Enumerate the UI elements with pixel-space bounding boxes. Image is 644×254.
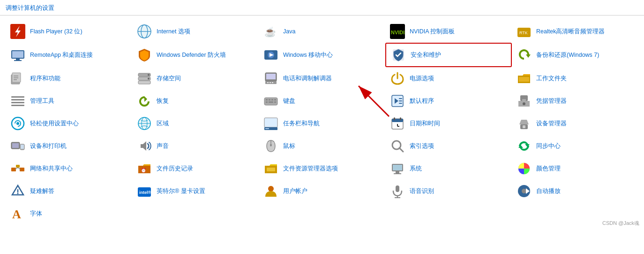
svg-point-28: [148, 78, 150, 80]
svg-rect-14: [14, 60, 22, 61]
control-item-power[interactable]: 电源选项: [385, 67, 512, 90]
label-ease: 轻松使用设置中心: [30, 120, 79, 127]
icon-phone: [262, 70, 279, 87]
label-realtek: Realtek高清晰音频管理器: [536, 28, 605, 35]
svg-point-53: [523, 102, 525, 105]
control-item-mouse[interactable]: 鼠标: [259, 135, 385, 157]
control-item-region[interactable]: 区域: [132, 112, 259, 135]
header-text: 调整计算机的设置: [6, 4, 54, 11]
control-item-voice[interactable]: 语音识别: [385, 180, 512, 202]
icon-fileexplorer: [262, 160, 279, 177]
svg-rect-33: [270, 82, 271, 83]
control-item-network[interactable]: 网络和共享中心: [6, 157, 132, 180]
label-wmc: Windows 移动中心: [283, 51, 333, 59]
icon-flash: [9, 23, 26, 40]
control-item-workfolder[interactable]: 工作文件夹: [512, 67, 638, 90]
icon-useraccount: [262, 183, 279, 200]
control-item-filehistory[interactable]: ⏰文件历史记录: [132, 157, 259, 180]
svg-rect-49: [399, 98, 402, 99]
control-item-datetime[interactable]: 日期和时间: [385, 112, 512, 135]
control-item-realtek[interactable]: RTKRealtek高清晰音频管理器: [512, 20, 638, 43]
control-item-index[interactable]: 索引选项: [385, 135, 512, 157]
icon-sound: [136, 138, 153, 154]
control-item-keyboard[interactable]: 键盘: [259, 90, 385, 112]
svg-text:RTK: RTK: [519, 31, 528, 35]
svg-rect-34: [272, 82, 273, 83]
control-item-wmc[interactable]: Windows 移动中心: [259, 43, 385, 67]
icon-credential: [516, 92, 532, 109]
label-internet-options: Internet 选项: [157, 28, 190, 35]
control-item-java[interactable]: ☕Java: [259, 20, 385, 43]
svg-rect-37: [11, 99, 24, 100]
control-item-intel[interactable]: intel®英特尔® 显卡设置: [132, 180, 259, 202]
svg-rect-73: [21, 145, 24, 149]
control-item-programs[interactable]: 程序和功能: [6, 67, 132, 90]
svg-rect-69: [523, 125, 525, 128]
label-storage: 存储空间: [157, 75, 181, 82]
control-item-synccenter[interactable]: 同步中心: [512, 135, 638, 157]
svg-rect-87: [396, 171, 399, 173]
control-item-storage[interactable]: 存储空间: [132, 67, 259, 90]
control-item-internet-options[interactable]: Internet 选项: [132, 20, 259, 43]
control-item-taskbar[interactable]: 任务栏和导航: [259, 112, 385, 135]
control-item-autoplay[interactable]: 自动播放: [512, 180, 638, 202]
control-item-remoteapp[interactable]: RemoteApp 和桌面连接: [6, 43, 132, 67]
label-font: 字体: [30, 210, 42, 217]
label-flash-player: Flash Player (32 位): [30, 28, 82, 35]
svg-rect-71: [12, 143, 19, 148]
icon-filehistory: ⏰: [136, 160, 153, 177]
control-item-flash-player[interactable]: Flash Player (32 位): [6, 20, 132, 43]
svg-rect-59: [264, 118, 277, 127]
icon-power: [389, 70, 406, 87]
control-item-useraccount[interactable]: 用户帐户: [259, 180, 385, 202]
svg-rect-39: [11, 105, 24, 106]
control-item-color[interactable]: 颜色管理: [512, 157, 638, 180]
icon-security: [390, 46, 407, 63]
control-item-backup[interactable]: 备份和还原(Windows 7): [512, 43, 638, 67]
svg-rect-42: [269, 99, 270, 100]
label-system: 系统: [410, 165, 422, 172]
control-item-ease[interactable]: 轻松使用设置中心: [6, 112, 132, 135]
label-default: 默认程序: [410, 97, 434, 105]
control-item-fileexplorer[interactable]: 文件资源管理器选项: [259, 157, 385, 180]
icon-devices: [9, 138, 26, 154]
svg-text:A: A: [12, 208, 21, 221]
svg-rect-46: [269, 101, 273, 103]
svg-text:intel®: intel®: [139, 190, 151, 195]
label-devices: 设备和打印机: [30, 142, 67, 150]
icon-system: [389, 160, 406, 177]
control-item-tools[interactable]: 管理工具: [6, 90, 132, 112]
control-item-phone[interactable]: 电话和调制解调器: [259, 67, 385, 90]
control-item-default[interactable]: 默认程序: [385, 90, 512, 112]
label-restore: 恢复: [157, 97, 169, 105]
icon-index: [389, 138, 406, 154]
control-item-font[interactable]: A字体: [6, 202, 132, 225]
control-item-sound[interactable]: 声音: [132, 135, 259, 157]
icon-realtek: RTK: [516, 23, 532, 40]
label-autoplay: 自动播放: [536, 187, 561, 195]
svg-rect-45: [266, 101, 268, 103]
control-item-security[interactable]: 安全和维护: [385, 43, 512, 67]
control-item-nvidia[interactable]: NVIDIANVIDIA 控制面板: [385, 20, 512, 43]
control-item-system[interactable]: 系统: [385, 157, 512, 180]
svg-rect-26: [138, 81, 150, 84]
icon-wdefender: [136, 46, 153, 63]
svg-rect-41: [266, 99, 268, 100]
control-item-devices[interactable]: 设备和打印机: [6, 135, 132, 157]
control-item-restore[interactable]: 恢复: [132, 90, 259, 112]
icon-datetime: [389, 115, 406, 132]
control-item-troubleshoot[interactable]: 疑难解答: [6, 180, 132, 202]
icon-keyboard: [262, 92, 279, 109]
icon-font: A: [9, 205, 26, 222]
icon-synccenter: [516, 138, 532, 154]
label-programs: 程序和功能: [30, 75, 60, 82]
svg-point-55: [16, 122, 19, 125]
icon-java: ☕: [262, 23, 279, 40]
control-item-wdefender[interactable]: Windows Defender 防火墙: [132, 43, 259, 67]
label-phone: 电话和调制解调器: [283, 75, 332, 82]
control-item-credential[interactable]: 凭据管理器: [512, 90, 638, 112]
icon-troubleshoot: [9, 183, 26, 200]
svg-rect-30: [266, 74, 276, 79]
svg-rect-50: [399, 100, 402, 101]
control-item-devmanager[interactable]: 设备管理器: [512, 112, 638, 135]
